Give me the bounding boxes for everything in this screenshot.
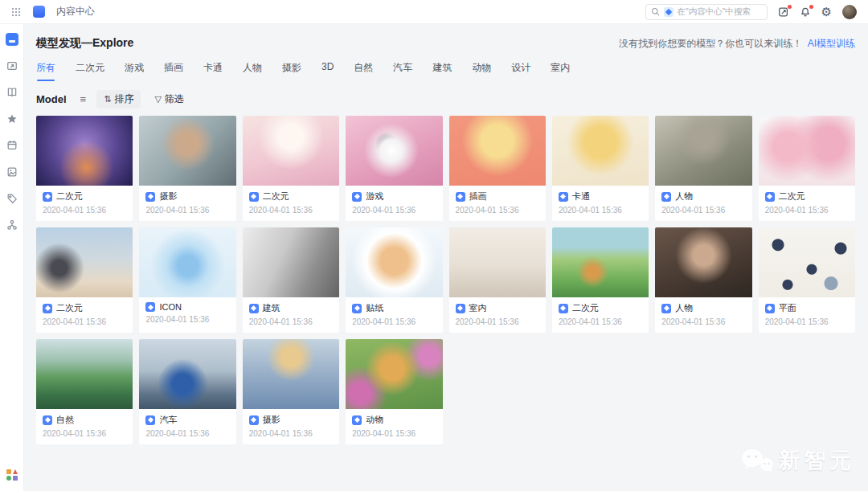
tab-游戏[interactable]: 游戏 <box>125 61 144 81</box>
model-category-label: ICON <box>159 302 182 312</box>
model-category-label: 自然 <box>56 414 74 426</box>
tab-室内[interactable]: 室内 <box>551 61 570 81</box>
library-book-icon <box>6 87 18 98</box>
tab-动物[interactable]: 动物 <box>472 61 491 81</box>
model-card[interactable]: 贴纸 2020-04-01 15:36 <box>346 227 442 333</box>
model-category-icon <box>145 302 155 312</box>
tab-二次元[interactable]: 二次元 <box>76 61 104 81</box>
model-thumbnail <box>36 339 133 409</box>
model-thumbnail <box>552 227 649 297</box>
sort-button[interactable]: ⇅ 排序 <box>96 90 141 108</box>
top-bar: 内容中心 在"内容中心"中搜索 ⚙ <box>0 0 868 24</box>
model-date: 2020-04-01 15:36 <box>145 315 229 324</box>
bell-icon[interactable] <box>800 6 811 18</box>
tab-人物[interactable]: 人物 <box>243 61 262 81</box>
sidebar-item-favorites[interactable] <box>6 113 18 125</box>
settings-gear-icon[interactable]: ⚙ <box>821 6 832 18</box>
model-thumbnail <box>139 227 235 297</box>
list-view-icon[interactable]: ≡ <box>80 93 87 105</box>
model-card[interactable]: 动物 2020-04-01 15:36 <box>346 339 442 444</box>
model-category-label: 摄影 <box>263 414 280 426</box>
model-category-label: 动物 <box>366 414 383 426</box>
model-date: 2020-04-01 15:36 <box>249 317 333 326</box>
sidebar-item-shared-folder[interactable] <box>6 59 18 72</box>
model-card[interactable]: 游戏 2020-04-01 15:36 <box>346 116 442 221</box>
user-avatar[interactable] <box>842 5 857 19</box>
model-card[interactable]: ICON 2020-04-01 15:36 <box>139 227 235 333</box>
filter-button[interactable]: ▽ 筛选 <box>151 90 186 108</box>
model-card[interactable]: 室内 2020-04-01 15:36 <box>449 227 546 333</box>
model-category-icon <box>249 304 259 313</box>
model-card[interactable]: 建筑 2020-04-01 15:36 <box>243 227 339 333</box>
tab-卡通[interactable]: 卡通 <box>203 61 223 81</box>
model-category-icon <box>249 192 259 202</box>
model-category-icon <box>145 192 155 202</box>
sidebar-item-tags[interactable] <box>6 192 18 205</box>
main-content: 模型发现—Explore 没有找到你想要的模型？你也可以来训练！ AI模型训练 … <box>24 24 868 491</box>
model-date: 2020-04-01 15:36 <box>661 317 745 326</box>
sidebar-item-org-chart[interactable] <box>6 219 18 231</box>
filter-icon: ▽ <box>154 94 161 104</box>
model-card[interactable]: 二次元 2020-04-01 15:36 <box>552 227 649 333</box>
model-date: 2020-04-01 15:36 <box>456 317 539 326</box>
model-category-icon <box>765 192 775 202</box>
model-category-icon <box>249 415 259 425</box>
tab-插画[interactable]: 插画 <box>164 61 183 81</box>
model-card[interactable]: 插画 2020-04-01 15:36 <box>449 116 546 221</box>
model-card[interactable]: 卡通 2020-04-01 15:36 <box>552 116 649 221</box>
model-category-label: 插画 <box>469 190 487 203</box>
tab-3D[interactable]: 3D <box>321 61 334 81</box>
favorites-star-icon <box>6 113 18 125</box>
model-card[interactable]: 二次元 2020-04-01 15:36 <box>759 116 855 221</box>
model-date: 2020-04-01 15:36 <box>43 206 126 215</box>
category-tabs: 所有二次元游戏插画卡通人物摄影3D自然汽车建筑动物设计室内 <box>36 61 855 81</box>
model-card[interactable]: 汽车 2020-04-01 15:36 <box>139 339 235 444</box>
app-title: 内容中心 <box>56 5 95 18</box>
model-card[interactable]: 摄影 2020-04-01 15:36 <box>243 339 339 444</box>
feedback-icon[interactable] <box>778 6 789 18</box>
tab-设计[interactable]: 设计 <box>511 61 530 81</box>
model-category-label: 人物 <box>675 190 693 203</box>
model-card[interactable]: 人物 2020-04-01 15:36 <box>655 227 751 333</box>
sidebar-item-library[interactable] <box>6 86 18 99</box>
ai-train-link[interactable]: AI模型训练 <box>808 38 855 49</box>
model-date: 2020-04-01 15:36 <box>249 429 333 438</box>
model-date: 2020-04-01 15:36 <box>43 317 126 326</box>
model-category-icon <box>43 192 52 202</box>
model-toolbar: Model ≡ ⇅ 排序 ▽ 筛选 <box>36 90 855 108</box>
model-category-icon <box>352 415 362 425</box>
tab-建筑[interactable]: 建筑 <box>432 61 452 81</box>
components-icon <box>6 469 18 481</box>
model-category-label: 游戏 <box>366 190 383 203</box>
sidebar-item-gallery[interactable] <box>6 33 18 46</box>
model-thumbnail <box>36 116 133 186</box>
sidebar-item-calendar[interactable] <box>6 139 18 152</box>
tab-自然[interactable]: 自然 <box>354 61 373 81</box>
model-category-label: 汽车 <box>159 414 177 426</box>
model-card[interactable]: 平面 2020-04-01 15:36 <box>759 227 855 333</box>
model-category-icon <box>661 192 671 202</box>
model-card[interactable]: 人物 2020-04-01 15:36 <box>655 116 751 221</box>
model-card[interactable]: 二次元 2020-04-01 15:36 <box>243 116 339 221</box>
tab-摄影[interactable]: 摄影 <box>282 61 301 81</box>
sidebar-item-components[interactable] <box>6 468 18 481</box>
tab-汽车[interactable]: 汽车 <box>393 61 412 81</box>
model-thumbnail <box>449 116 546 186</box>
tab-所有[interactable]: 所有 <box>36 61 55 81</box>
model-card[interactable]: 摄影 2020-04-01 15:36 <box>139 116 235 221</box>
calendar-icon <box>6 140 18 151</box>
model-card[interactable]: 二次元 2020-04-01 15:36 <box>36 227 133 333</box>
sort-icon: ⇅ <box>104 94 111 104</box>
media-image-icon <box>6 166 18 178</box>
app-logo[interactable] <box>33 6 45 18</box>
search-input[interactable]: 在"内容中心"中搜索 <box>645 4 768 20</box>
model-card[interactable]: 二次元 2020-04-01 15:36 <box>36 116 133 221</box>
model-thumbnail <box>346 116 442 186</box>
model-category-icon <box>559 192 568 202</box>
sidebar-item-media[interactable] <box>6 166 18 178</box>
search-icon <box>651 7 660 16</box>
model-card[interactable]: 自然 2020-04-01 15:36 <box>36 339 133 444</box>
model-date: 2020-04-01 15:36 <box>661 206 745 215</box>
app-launcher-icon[interactable] <box>11 7 21 17</box>
model-category-icon <box>145 415 155 425</box>
